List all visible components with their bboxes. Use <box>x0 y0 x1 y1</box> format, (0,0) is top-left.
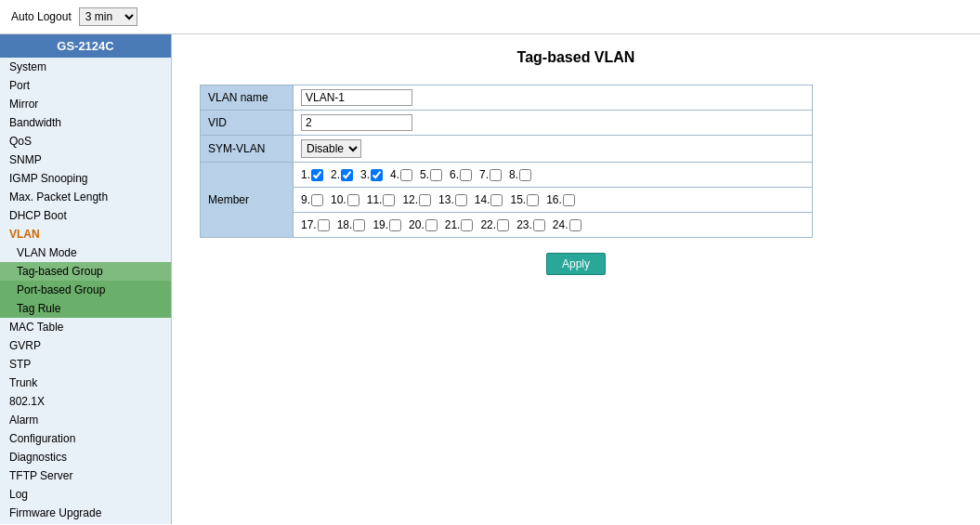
vid-input[interactable] <box>301 114 412 131</box>
sym-vlan-select[interactable]: Disable Enable <box>301 139 361 158</box>
sidebar-item-trunk[interactable]: Trunk <box>0 374 171 392</box>
sidebar-item-max-packet-length[interactable]: Max. Packet Length <box>0 188 171 206</box>
port-label: 23. <box>516 218 532 231</box>
port-item: 14. <box>475 193 503 206</box>
port-checkbox[interactable] <box>419 194 431 206</box>
member-row: Member 1.2.3.4.5.6.7.8. <box>201 163 813 188</box>
port-checkbox[interactable] <box>311 169 323 181</box>
port-item: 2. <box>331 168 353 181</box>
port-checkbox[interactable] <box>490 194 503 206</box>
port-checkbox[interactable] <box>455 194 467 206</box>
vid-cell <box>294 111 813 136</box>
apply-btn-container: Apply <box>200 253 952 275</box>
apply-button[interactable]: Apply <box>546 253 606 275</box>
sidebar-item-stp[interactable]: STP <box>0 355 171 374</box>
sidebar-item-port-based-group[interactable]: Port-based Group <box>0 281 171 299</box>
port-checkbox[interactable] <box>318 219 330 231</box>
sidebar-item-vlan-mode[interactable]: VLAN Mode <box>0 243 171 262</box>
sidebar-item-vlan[interactable]: VLAN <box>0 225 171 243</box>
port-label: 9. <box>301 193 310 206</box>
port-item: 9. <box>301 193 323 206</box>
member-label: Member <box>201 163 294 238</box>
port-label: 7. <box>479 168 489 181</box>
port-item: 19. <box>372 218 401 231</box>
port-checkbox[interactable] <box>519 169 531 181</box>
sidebar-item-alarm[interactable]: Alarm <box>0 411 171 429</box>
sidebar-item-gvrp[interactable]: GVRP <box>0 336 171 355</box>
sidebar-item-system[interactable]: System <box>0 58 171 76</box>
port-item: 6. <box>450 168 472 181</box>
auto-logout-select[interactable]: 3 min 1 min 5 min 10 min Never <box>79 7 137 26</box>
port-checkbox[interactable] <box>533 219 545 231</box>
sidebar-item-firmware-upgrade[interactable]: Firmware Upgrade <box>0 504 171 522</box>
sidebar-item-reboot[interactable]: Reboot <box>0 522 171 524</box>
port-checkbox[interactable] <box>341 169 353 181</box>
sidebar-item-configuration[interactable]: Configuration <box>0 429 171 448</box>
sidebar-item-mirror[interactable]: Mirror <box>0 95 171 113</box>
port-label: 8. <box>509 168 518 181</box>
sym-vlan-label: SYM-VLAN <box>201 136 294 163</box>
port-label: 16. <box>546 193 562 206</box>
port-checkbox[interactable] <box>371 169 383 181</box>
port-label: 4. <box>390 168 399 181</box>
port-item: 15. <box>510 193 539 206</box>
port-item: 3. <box>360 168 383 181</box>
main-content: Tag-based VLAN VLAN name VID SYM-VLAN Di… <box>172 34 980 524</box>
port-label: 13. <box>438 193 454 206</box>
port-checkbox[interactable] <box>497 219 509 231</box>
auto-logout-label: Auto Logout <box>11 10 72 23</box>
port-checkbox[interactable] <box>430 169 442 181</box>
sidebar-item-diagnostics[interactable]: Diagnostics <box>0 448 171 466</box>
port-label: 17. <box>301 218 317 231</box>
sidebar-item-igmp-snooping[interactable]: IGMP Snooping <box>0 169 171 188</box>
sidebar-item-bandwidth[interactable]: Bandwidth <box>0 113 171 132</box>
port-label: 21. <box>445 218 461 231</box>
port-checkbox[interactable] <box>527 194 539 206</box>
sidebar-title: GS-2124C <box>0 34 171 58</box>
port-item: 11. <box>367 193 396 206</box>
sidebar-item-8021x[interactable]: 802.1X <box>0 392 171 411</box>
sidebar-item-dhcp-boot[interactable]: DHCP Boot <box>0 206 171 225</box>
port-checkbox[interactable] <box>425 219 438 231</box>
port-item: 8. <box>509 168 531 181</box>
ports-row1: 1.2.3.4.5.6.7.8. <box>294 163 813 188</box>
port-checkbox[interactable] <box>563 194 575 206</box>
port-checkbox[interactable] <box>400 169 412 181</box>
sidebar-item-qos[interactable]: QoS <box>0 132 171 151</box>
port-label: 11. <box>367 193 383 206</box>
ports-row3: 17.18.19.20.21.22.23.24. <box>294 213 813 238</box>
port-item: 13. <box>438 193 467 206</box>
vlan-name-row: VLAN name <box>201 85 813 111</box>
port-checkbox[interactable] <box>490 169 502 181</box>
port-item: 21. <box>445 218 474 231</box>
port-checkbox[interactable] <box>347 194 359 206</box>
port-label: 12. <box>402 193 418 206</box>
port-checkbox[interactable] <box>460 169 472 181</box>
port-item: 16. <box>546 193 575 206</box>
sidebar-item-log[interactable]: Log <box>0 485 171 504</box>
port-checkbox[interactable] <box>311 194 323 206</box>
port-item: 1. <box>301 168 323 181</box>
sidebar: GS-2124C SystemPortMirrorBandwidthQoSSNM… <box>0 34 172 524</box>
sidebar-item-mac-table[interactable]: MAC Table <box>0 318 171 336</box>
sidebar-item-port[interactable]: Port <box>0 76 171 95</box>
port-checkbox[interactable] <box>353 219 365 231</box>
page-title: Tag-based VLAN <box>200 49 952 66</box>
port-checkbox[interactable] <box>383 194 395 206</box>
port-item: 24. <box>553 218 581 231</box>
sidebar-item-tag-based-group[interactable]: Tag-based Group <box>0 262 171 281</box>
sidebar-item-tftp-server[interactable]: TFTP Server <box>0 466 171 485</box>
port-checkbox[interactable] <box>389 219 401 231</box>
vlan-name-input[interactable] <box>301 89 412 106</box>
sidebar-item-tag-rule[interactable]: Tag Rule <box>0 299 171 318</box>
vid-label: VID <box>201 111 294 136</box>
port-checkbox[interactable] <box>461 219 473 231</box>
port-item: 17. <box>301 218 330 231</box>
port-label: 15. <box>510 193 526 206</box>
vid-row: VID <box>201 111 813 136</box>
port-checkbox[interactable] <box>569 219 581 231</box>
port-item: 20. <box>409 218 438 231</box>
port-item: 18. <box>337 218 366 231</box>
port-label: 10. <box>331 193 346 206</box>
sidebar-item-snmp[interactable]: SNMP <box>0 151 171 169</box>
